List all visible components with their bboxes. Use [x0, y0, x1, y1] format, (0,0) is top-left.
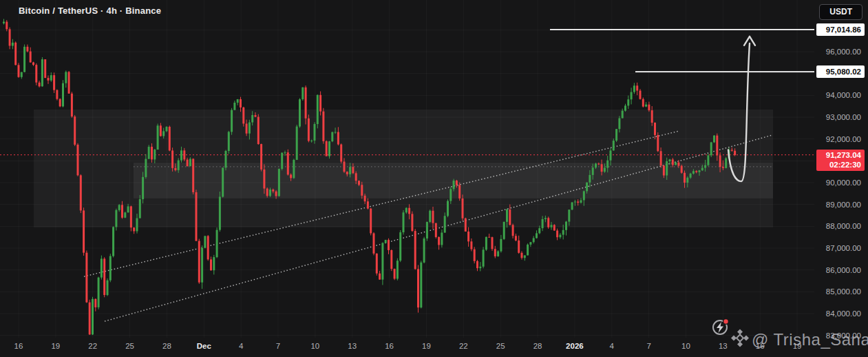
candle-body: [162, 131, 165, 136]
candle-body: [568, 210, 570, 221]
time-tick-label: 4: [610, 342, 614, 350]
candle-body: [92, 299, 94, 335]
candle-body: [592, 167, 594, 175]
candle-body: [100, 258, 103, 277]
candle-body: [124, 212, 126, 217]
time-tick-label: 7: [646, 342, 650, 350]
zone-rect[interactable]: [134, 163, 773, 198]
candle-body: [633, 85, 635, 92]
candle-body: [589, 175, 591, 183]
candle-body: [340, 144, 342, 161]
price-tick-label: 84,000.00: [813, 309, 861, 318]
candle-body: [654, 123, 656, 135]
candle-body: [103, 258, 105, 295]
candle-body: [68, 72, 70, 93]
candle-body: [35, 65, 37, 83]
candle-body: [263, 170, 265, 189]
candle-countdown: 02:22:30: [820, 160, 861, 170]
last-price-value: 91,273.04: [820, 150, 861, 161]
symbol-title[interactable]: Bitcoin / TetherUS · 4h · Binance: [19, 6, 161, 16]
candle-body: [731, 150, 733, 150]
candle-body: [14, 43, 17, 65]
time-tick-label: 13: [348, 342, 357, 350]
candle-body: [242, 108, 244, 124]
candle-body: [317, 95, 319, 124]
candle-body: [305, 88, 307, 119]
candle-body: [615, 129, 617, 141]
candle-body: [154, 150, 156, 159]
candle-body: [388, 240, 390, 250]
horizontal-rays[interactable]: [550, 30, 814, 72]
candle-body: [189, 159, 191, 166]
candle-body: [497, 252, 499, 256]
candle-body: [553, 225, 555, 230]
candle-body: [127, 206, 129, 212]
candle-body: [373, 233, 375, 253]
candle-body: [26, 47, 28, 52]
time-tick-label: 4: [239, 342, 243, 350]
candle-body: [524, 255, 526, 258]
time-axis[interactable]: 1619222528Dec471013161922252820264710131…: [0, 338, 816, 357]
candle-body: [319, 95, 321, 112]
candle-body: [71, 94, 73, 116]
price-tick-label: 89,000.00: [813, 200, 861, 210]
candle-body: [32, 62, 34, 65]
candle-body: [435, 223, 437, 237]
candle-body: [488, 237, 490, 238]
candle-body: [538, 228, 540, 233]
candle-body: [201, 248, 203, 283]
candle-body: [613, 141, 615, 150]
candle-body: [503, 222, 505, 239]
candle-body: [248, 123, 251, 134]
candle-body: [222, 167, 224, 196]
price-chart-canvas[interactable]: [0, 0, 868, 357]
candle-body: [639, 90, 642, 99]
candle-body: [367, 201, 369, 208]
candle-body: [509, 210, 511, 225]
candle-body: [403, 212, 405, 232]
level-price-label-97014[interactable]: 97,014.86: [816, 23, 865, 36]
candle-body: [65, 72, 67, 83]
candle-body: [255, 115, 257, 117]
candle-body: [74, 116, 76, 145]
candle-body: [536, 233, 538, 238]
candle-body: [142, 177, 144, 199]
candle-body: [77, 145, 79, 175]
candle-body: [187, 160, 189, 167]
candle-body: [349, 167, 351, 174]
chart-window: Bitcoin / TetherUS · 4h · Binance USDT 9…: [0, 0, 868, 357]
candle-body: [381, 243, 383, 280]
time-tick-label: 16: [385, 342, 394, 350]
usdt-currency-button[interactable]: USDT: [819, 4, 862, 20]
candle-body: [358, 181, 360, 185]
candle-body: [210, 259, 212, 270]
price-tick-label: 94,000.00: [813, 90, 861, 100]
candle-body: [240, 99, 242, 108]
candle-body: [275, 192, 277, 196]
candle-body: [139, 199, 141, 218]
candle-body: [310, 141, 313, 141]
candle-body: [476, 261, 478, 268]
candle-body: [272, 190, 274, 192]
last-price-badge: 91,273.04 02:22:30: [816, 150, 865, 171]
candle-body: [483, 249, 485, 267]
time-tick-label: 25: [496, 342, 505, 350]
candle-body: [642, 99, 644, 107]
level-price-label-95080[interactable]: 95,080.02: [816, 65, 865, 78]
candle-body: [518, 241, 520, 253]
candle-body: [293, 160, 295, 178]
candle-body: [225, 151, 227, 167]
candle-body: [408, 208, 410, 214]
candle-body: [494, 249, 496, 256]
candle-body: [624, 105, 626, 110]
candle-body: [62, 83, 64, 107]
candle-body: [133, 227, 135, 231]
candle-body: [301, 88, 304, 99]
candle-body: [83, 210, 85, 252]
candle-body: [601, 164, 603, 172]
candle-body: [565, 222, 567, 230]
candle-body: [352, 167, 354, 173]
candle-body: [713, 136, 715, 143]
candle-body: [465, 218, 467, 232]
price-axis[interactable]: 97,014.86 95,080.02 91,273.04 02:22:30 9…: [816, 0, 868, 357]
